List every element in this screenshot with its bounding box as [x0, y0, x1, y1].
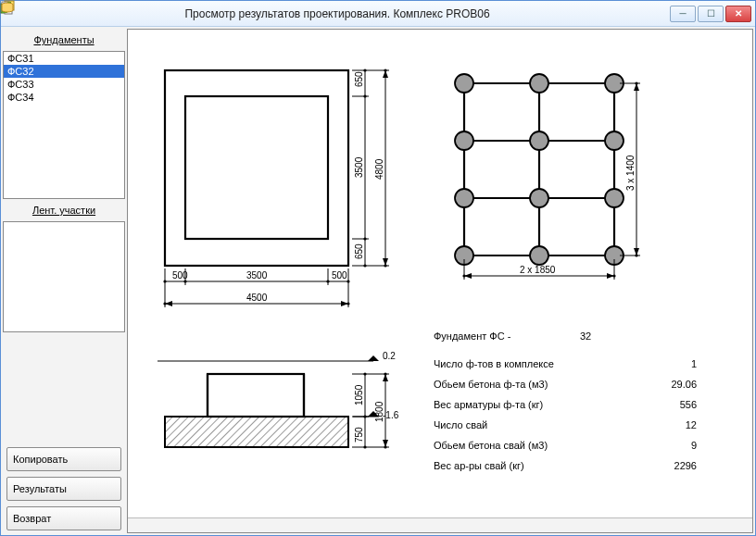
svg-point-37 [455, 189, 473, 207]
svg-point-38 [530, 189, 548, 207]
info-row: Вес арматуры ф-та (кг)556 [434, 399, 697, 410]
svg-text:Вес ар-ры свай (кг): Вес ар-ры свай (кг) [434, 460, 524, 471]
svg-text:556: 556 [680, 399, 697, 410]
svg-point-41 [530, 246, 548, 265]
svg-point-34 [455, 131, 473, 150]
svg-point-32 [530, 74, 548, 93]
panel-header-strips[interactable]: Лент. участки [3, 199, 125, 221]
client-area: Фундаменты ФС31 ФС32 ФС33 ФС34 Лент. уча… [1, 27, 755, 535]
svg-point-39 [605, 189, 624, 207]
close-button[interactable]: ✕ [725, 6, 751, 22]
svg-text:9: 9 [691, 440, 697, 451]
return-button-label: Возврат [13, 513, 51, 524]
info-row: Обьем бетона свай (м3)9 [434, 440, 697, 451]
sidebar: Фундаменты ФС31 ФС32 ФС33 ФС34 Лент. уча… [3, 29, 125, 533]
svg-text:2296: 2296 [674, 460, 697, 471]
dim-plan-outer-w: 4500 [246, 293, 268, 303]
dim-piles-y: 3 x 1400 [625, 155, 636, 191]
dim-plan-bot-margin: 650 [354, 243, 364, 259]
drawing-canvas: 500 3500 500 4500 [127, 29, 753, 533]
foundations-list[interactable]: ФС31 ФС32 ФС33 ФС34 [3, 51, 125, 199]
title-bar: Просмотр результатов проектирования. Ком… [1, 1, 755, 27]
dim-piles-x: 2 x 1850 [520, 265, 556, 275]
info-row: Число ф-тов в комплексе1 [434, 358, 697, 369]
minimize-button[interactable]: ─ [670, 6, 696, 22]
svg-point-35 [530, 131, 548, 150]
info-block: Фундамент ФС - 32 Число ф-тов в комплекс… [434, 330, 697, 471]
svg-text:Число свай: Число свай [434, 419, 487, 430]
plan-inner [185, 96, 328, 239]
section-view: 0.2 -1.6 [158, 351, 399, 449]
list-item[interactable]: ФС33 [4, 78, 124, 91]
svg-text:1: 1 [691, 358, 697, 369]
svg-rect-50 [208, 374, 304, 417]
svg-text:29.06: 29.06 [671, 379, 697, 390]
dim-plan-inner-w: 3500 [246, 270, 268, 280]
svg-point-31 [455, 74, 473, 93]
dim-plan-top-margin: 650 [354, 71, 364, 87]
status-bar [128, 517, 752, 532]
dim-section-step: 1050 [354, 384, 364, 405]
list-item[interactable]: ФС34 [4, 91, 124, 104]
pile-grid-view: 2 x 1850 3 x 1400 [447, 70, 640, 280]
info-row: Вес ар-ры свай (кг)2296 [434, 460, 697, 471]
svg-rect-51 [165, 417, 348, 447]
return-button[interactable]: Возврат [6, 506, 121, 530]
section-top-mark: 0.2 [383, 351, 396, 361]
svg-text:Обьем бетона свай (м3): Обьем бетона свай (м3) [434, 440, 548, 451]
dim-section-base: 750 [354, 427, 364, 443]
app-window: Просмотр результатов проектирования. Ком… [0, 0, 756, 536]
svg-text:Число ф-тов в комплексе: Число ф-тов в комплексе [434, 358, 554, 369]
dim-plan-right-margin: 500 [332, 270, 347, 280]
panel-header-foundations[interactable]: Фундаменты [3, 29, 125, 51]
window-title: Просмотр результатов проектирования. Ком… [5, 7, 670, 20]
dim-plan-left-margin: 500 [172, 270, 188, 280]
svg-text:Обьем бетона ф-та (м3): Обьем бетона ф-та (м3) [434, 379, 548, 390]
plan-view: 500 3500 500 4500 [163, 69, 389, 307]
copy-button[interactable]: Копировать [6, 447, 121, 471]
svg-text:12: 12 [686, 419, 697, 430]
results-button[interactable]: Результаты [6, 477, 121, 501]
return-icon [0, 0, 15, 15]
maximize-button[interactable]: ☐ [698, 6, 724, 22]
list-item[interactable]: ФС32 [4, 65, 124, 78]
plan-outer-slab [165, 70, 348, 266]
copy-button-label: Копировать [13, 454, 68, 465]
strips-list[interactable] [3, 221, 125, 332]
svg-text:Вес арматуры ф-та (кг): Вес арматуры ф-та (кг) [434, 399, 543, 410]
svg-point-36 [605, 131, 624, 150]
results-button-label: Результаты [13, 483, 67, 494]
info-row: Обьем бетона ф-та (м3)29.06 [434, 379, 697, 390]
list-item[interactable]: ФС31 [4, 52, 124, 65]
info-title-label: Фундамент ФС - [434, 330, 511, 342]
dim-plan-outer-h: 4800 [374, 158, 384, 180]
info-title-value: 32 [580, 330, 591, 342]
dim-section-total: 1800 [374, 401, 384, 422]
dim-plan-inner-h: 3500 [354, 156, 364, 178]
info-row: Число свай12 [434, 419, 697, 430]
